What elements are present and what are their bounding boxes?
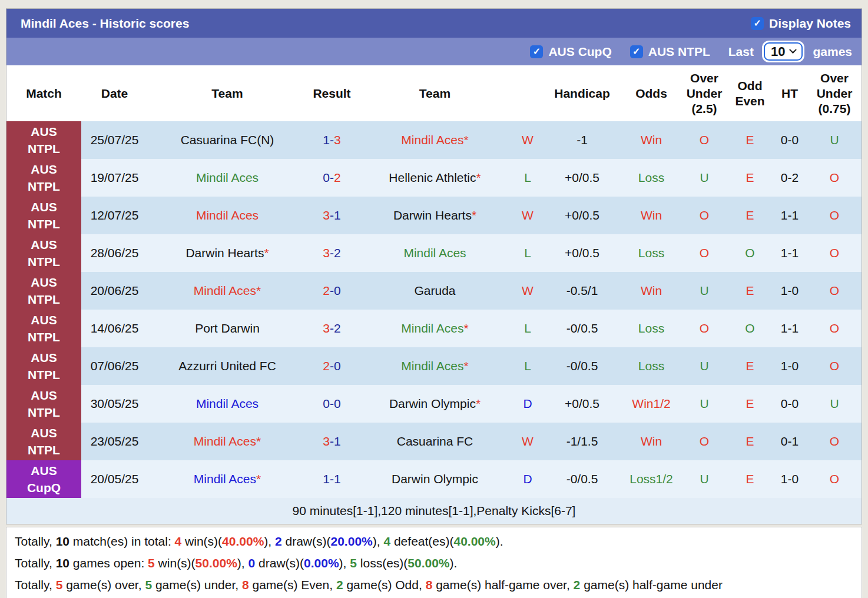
handicap-cell: -0/0.5 <box>542 460 622 498</box>
home-team-cell: Port Darwin <box>148 310 307 347</box>
ht-cell: 0-1 <box>772 423 807 460</box>
over-under-075-cell: O <box>807 310 862 347</box>
historic-scores-panel: Mindil Aces - Historic scores ✓ Display … <box>6 8 862 524</box>
games-count-select[interactable]: 10 <box>764 42 803 61</box>
over-under-25-cell: U <box>681 159 728 197</box>
table-row: AUSNTPL 25/07/25 Casuarina FC(N) 1-3 Min… <box>6 121 862 159</box>
odds-cell: Loss <box>622 310 681 347</box>
aus-cupq-checkbox[interactable]: ✓ <box>530 45 543 58</box>
table-row: AUSNTPL 19/07/25 Mindil Aces 0-2 Helleni… <box>6 159 862 197</box>
table-row: AUSNTPL 28/06/25 Darwin Hearts* 3-2 Mind… <box>6 234 862 272</box>
col-away-team: Team <box>357 65 513 121</box>
table-row: AUSCupQ 20/05/25 Mindil Aces* 1-1 Darwin… <box>6 460 862 498</box>
match-table: Match Date Team Result Team Handicap Odd… <box>6 65 862 524</box>
col-home-team: Team <box>148 65 307 121</box>
last-label: Last <box>728 45 754 59</box>
date-cell: 20/06/25 <box>81 272 148 310</box>
home-team-cell: Mindil Aces* <box>148 423 307 460</box>
result-cell: 2-0 <box>307 347 357 385</box>
table-header-row: Match Date Team Result Team Handicap Odd… <box>6 65 862 121</box>
ht-cell: 1-0 <box>772 460 807 498</box>
odd-even-cell: E <box>728 159 772 197</box>
league-badge: AUSNTPL <box>6 347 81 385</box>
over-under-25-cell: O <box>681 121 728 159</box>
home-team-cell: Casuarina FC(N) <box>148 121 307 159</box>
aus-ntpl-label: AUS NTPL <box>648 45 710 59</box>
date-cell: 07/06/25 <box>81 347 148 385</box>
ht-cell: 1-0 <box>772 347 807 385</box>
col-over-under-075: Over Under (0.75) <box>807 65 862 121</box>
over-under-25-cell: U <box>681 460 728 498</box>
result-cell: 3-1 <box>307 197 357 234</box>
ht-cell: 0-0 <box>772 385 807 423</box>
summary-panel: Totally, 10 match(es) in total: 4 win(s)… <box>6 527 862 598</box>
col-odd-even: Odd Even <box>728 65 772 121</box>
penalty-note: 90 minutes[1-1],120 minutes[1-1],Penalty… <box>6 498 862 524</box>
league-badge: AUSNTPL <box>6 272 81 310</box>
handicap-cell: -1 <box>542 121 622 159</box>
odd-even-cell: E <box>728 121 772 159</box>
date-cell: 23/05/25 <box>81 423 148 460</box>
table-row: AUSNTPL 30/05/25 Mindil Aces 0-0 Darwin … <box>6 385 862 423</box>
date-cell: 14/06/25 <box>81 310 148 347</box>
result-cell: 3-2 <box>307 310 357 347</box>
over-under-25-cell: U <box>681 347 728 385</box>
odd-even-cell: O <box>728 310 772 347</box>
league-badge: AUSNTPL <box>6 385 81 423</box>
home-team-cell: Azzurri United FC <box>148 347 307 385</box>
note-row: 90 minutes[1-1],120 minutes[1-1],Penalty… <box>6 498 862 524</box>
away-team-cell: Mindil Aces* <box>357 310 513 347</box>
table-row: AUSNTPL 23/05/25 Mindil Aces* 3-1 Casuar… <box>6 423 862 460</box>
away-team-cell: Darwin Olympic <box>357 460 513 498</box>
home-team-cell: Mindil Aces <box>148 159 307 197</box>
result-cell: 0-2 <box>307 159 357 197</box>
outcome-cell: L <box>513 347 542 385</box>
summary-line: Totally, 5 game(s) over, 5 game(s) under… <box>15 574 853 596</box>
col-handicap: Handicap <box>542 65 622 121</box>
outcome-cell: W <box>513 197 542 234</box>
odd-even-cell: E <box>728 347 772 385</box>
aus-ntpl-checkbox[interactable]: ✓ <box>630 45 643 58</box>
odds-cell: Loss <box>622 159 681 197</box>
handicap-cell: -0.5/1 <box>542 272 622 310</box>
date-cell: 25/07/25 <box>81 121 148 159</box>
odd-even-cell: E <box>728 385 772 423</box>
league-badge: AUSNTPL <box>6 159 81 197</box>
page-title: Mindil Aces - Historic scores <box>21 16 189 31</box>
aus-cupq-label: AUS CupQ <box>548 45 611 59</box>
over-under-25-cell: U <box>681 385 728 423</box>
ht-cell: 1-1 <box>772 234 807 272</box>
outcome-cell: L <box>513 159 542 197</box>
col-date: Date <box>81 65 148 121</box>
league-badge: AUSCupQ <box>6 460 81 498</box>
away-team-cell: Mindil Aces <box>357 234 513 272</box>
league-badge: AUSNTPL <box>6 423 81 460</box>
result-cell: 2-0 <box>307 272 357 310</box>
home-team-cell: Mindil Aces <box>148 197 307 234</box>
display-notes-label: Display Notes <box>769 16 851 31</box>
games-count-value: 10 <box>771 44 785 59</box>
odds-cell: Loss <box>622 234 681 272</box>
over-under-25-cell: O <box>681 310 728 347</box>
home-team-cell: Mindil Aces* <box>148 460 307 498</box>
over-under-075-cell: O <box>807 347 862 385</box>
away-team-cell: Mindil Aces* <box>357 121 513 159</box>
date-cell: 28/06/25 <box>81 234 148 272</box>
league-badge: AUSNTPL <box>6 197 81 234</box>
chevron-down-icon <box>790 46 797 54</box>
over-under-075-cell: O <box>807 423 862 460</box>
table-row: AUSNTPL 07/06/25 Azzurri United FC 2-0 M… <box>6 347 862 385</box>
over-under-075-cell: O <box>807 272 862 310</box>
outcome-cell: D <box>513 385 542 423</box>
handicap-cell: +0/0.5 <box>542 159 622 197</box>
table-row: AUSNTPL 14/06/25 Port Darwin 3-2 Mindil … <box>6 310 862 347</box>
result-cell: 1-1 <box>307 460 357 498</box>
over-under-25-cell: O <box>681 423 728 460</box>
odd-even-cell: E <box>728 460 772 498</box>
match-table-body: AUSNTPL 25/07/25 Casuarina FC(N) 1-3 Min… <box>6 121 862 498</box>
over-under-075-cell: O <box>807 197 862 234</box>
odd-even-cell: O <box>728 234 772 272</box>
ht-cell: 0-0 <box>772 121 807 159</box>
display-notes-checkbox[interactable]: ✓ <box>751 17 764 30</box>
handicap-cell: -0/0.5 <box>542 347 622 385</box>
